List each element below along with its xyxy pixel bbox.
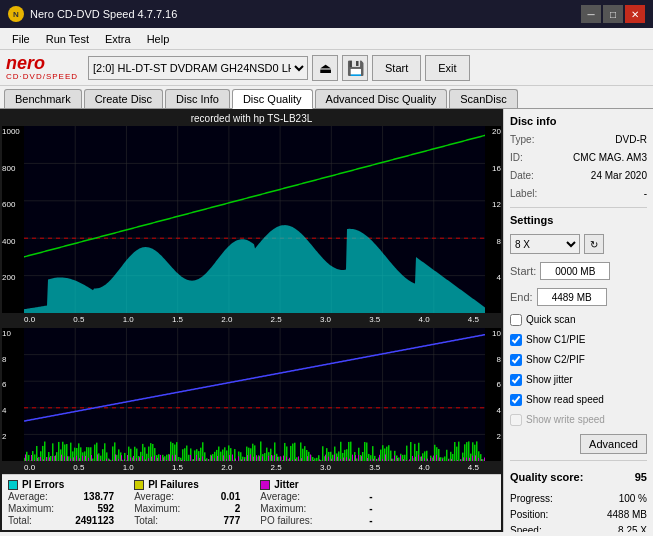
- pi-errors-max-row: Maximum: 592: [8, 503, 114, 514]
- show-c1-checkbox[interactable]: [510, 334, 522, 346]
- start-row: Start:: [510, 262, 647, 280]
- progress-section: Progress: 100 % Position: 4488 MB Speed:…: [510, 491, 647, 532]
- stats-area: PI Errors Average: 138.77 Maximum: 592 T…: [2, 474, 501, 530]
- show-jitter-row: Show jitter: [510, 372, 647, 388]
- quality-score-label: Quality score:: [510, 471, 583, 483]
- toolbar: nero CD·DVD/SPEED [2:0] HL-DT-ST DVDRAM …: [0, 50, 653, 86]
- end-input[interactable]: [537, 288, 607, 306]
- disc-label-row: Label: -: [510, 187, 647, 201]
- show-c1-label[interactable]: Show C1/PIE: [526, 332, 585, 348]
- disc-date-row: Date: 24 Mar 2020: [510, 169, 647, 183]
- top-chart-y-left: 1000 800 600 400 200: [2, 126, 24, 313]
- start-input[interactable]: [540, 262, 610, 280]
- speed-label: Speed:: [510, 523, 542, 532]
- quality-score-value: 95: [635, 471, 647, 483]
- divider-1: [510, 207, 647, 208]
- bottom-chart-x-axis: 0.0 0.5 1.0 1.5 2.0 2.5 3.0 3.5 4.0 4.5: [2, 463, 501, 474]
- menu-bar: File Run Test Extra Help: [0, 28, 653, 50]
- progress-row: Progress: 100 %: [510, 491, 647, 507]
- pi-failures-header: PI Failures: [134, 479, 240, 490]
- disc-info-title: Disc info: [510, 115, 647, 127]
- jitter-max-row: Maximum: -: [260, 503, 372, 514]
- disc-type-row: Type: DVD-R: [510, 133, 647, 147]
- show-write-speed-checkbox[interactable]: [510, 414, 522, 426]
- window-controls: ─ □ ✕: [581, 5, 645, 23]
- drive-selector[interactable]: [2:0] HL-DT-ST DVDRAM GH24NSD0 LH00: [88, 56, 308, 80]
- show-c2-row: Show C2/PIF: [510, 352, 647, 368]
- tab-bar: Benchmark Create Disc Disc Info Disc Qua…: [0, 86, 653, 109]
- eject-button[interactable]: ⏏: [312, 55, 338, 81]
- pi-errors-label: PI Errors: [22, 479, 64, 490]
- save-button[interactable]: 💾: [342, 55, 368, 81]
- jitter-color: [260, 480, 270, 490]
- settings-title: Settings: [510, 214, 647, 226]
- bottom-chart: 10 8 6 4 2 10 8 6 4 2: [2, 328, 501, 461]
- bottom-chart-y-right: 10 8 6 4 2: [485, 328, 501, 461]
- speed-select[interactable]: 8 X: [510, 234, 580, 254]
- tab-scan-disc[interactable]: ScanDisc: [449, 89, 517, 108]
- chart-area: recorded with hp TS-LB23L 1000 800 600 4…: [0, 109, 503, 532]
- pi-failures-label: PI Failures: [148, 479, 199, 490]
- show-jitter-label[interactable]: Show jitter: [526, 372, 573, 388]
- pi-errors-header: PI Errors: [8, 479, 114, 490]
- pi-errors-color: [8, 480, 18, 490]
- show-c2-label[interactable]: Show C2/PIF: [526, 352, 585, 368]
- title-bar: N Nero CD-DVD Speed 4.7.7.16 ─ □ ✕: [0, 0, 653, 28]
- pi-failures-total-row: Total: 777: [134, 515, 240, 526]
- quick-scan-checkbox[interactable]: [510, 314, 522, 326]
- quick-scan-label[interactable]: Quick scan: [526, 312, 575, 328]
- charts-wrapper: 1000 800 600 400 200 20 16 12 8 4: [2, 126, 501, 474]
- menu-extra[interactable]: Extra: [97, 31, 139, 47]
- menu-help[interactable]: Help: [139, 31, 178, 47]
- menu-file[interactable]: File: [4, 31, 38, 47]
- show-c1-row: Show C1/PIE: [510, 332, 647, 348]
- show-c2-checkbox[interactable]: [510, 354, 522, 366]
- pi-errors-avg-row: Average: 138.77: [8, 491, 114, 502]
- show-read-speed-checkbox[interactable]: [510, 394, 522, 406]
- logo: nero CD·DVD/SPEED: [6, 54, 78, 81]
- bottom-chart-canvas-area: [24, 328, 485, 461]
- close-button[interactable]: ✕: [625, 5, 645, 23]
- menu-run-test[interactable]: Run Test: [38, 31, 97, 47]
- divider-2: [510, 460, 647, 461]
- tab-disc-info[interactable]: Disc Info: [165, 89, 230, 108]
- start-button[interactable]: Start: [372, 55, 421, 81]
- advanced-button[interactable]: Advanced: [580, 434, 647, 454]
- top-chart-x-axis: 0.0 0.5 1.0 1.5 2.0 2.5 3.0 3.5 4.0 4.5: [2, 315, 501, 326]
- progress-label: Progress:: [510, 491, 553, 507]
- tab-advanced-disc-quality[interactable]: Advanced Disc Quality: [315, 89, 448, 108]
- tab-create-disc[interactable]: Create Disc: [84, 89, 163, 108]
- progress-value: 100 %: [619, 491, 647, 507]
- show-read-speed-row: Show read speed: [510, 392, 647, 408]
- exit-button[interactable]: Exit: [425, 55, 469, 81]
- app-icon: N: [8, 6, 24, 22]
- pi-errors-stats: PI Errors Average: 138.77 Maximum: 592 T…: [8, 479, 114, 526]
- speed-settings-row: 8 X ↻: [510, 234, 647, 254]
- show-write-speed-row: Show write speed: [510, 412, 647, 428]
- tab-disc-quality[interactable]: Disc Quality: [232, 89, 313, 109]
- jitter-avg-row: Average: -: [260, 491, 372, 502]
- pi-errors-total-row: Total: 2491123: [8, 515, 114, 526]
- minimize-button[interactable]: ─: [581, 5, 601, 23]
- maximize-button[interactable]: □: [603, 5, 623, 23]
- pi-failures-color: [134, 480, 144, 490]
- speed-row: Speed: 8.25 X: [510, 523, 647, 532]
- show-jitter-checkbox[interactable]: [510, 374, 522, 386]
- bottom-chart-y-left: 10 8 6 4 2: [2, 328, 24, 461]
- position-row: Position: 4488 MB: [510, 507, 647, 523]
- show-read-speed-label[interactable]: Show read speed: [526, 392, 604, 408]
- jitter-stats: Jitter Average: - Maximum: - PO failures…: [260, 479, 372, 526]
- top-chart: 1000 800 600 400 200 20 16 12 8 4: [2, 126, 501, 313]
- top-chart-canvas-area: [24, 126, 485, 313]
- position-value: 4488 MB: [607, 507, 647, 523]
- tab-benchmark[interactable]: Benchmark: [4, 89, 82, 108]
- refresh-button[interactable]: ↻: [584, 234, 604, 254]
- quality-section: Quality score: 95: [510, 471, 647, 483]
- pi-failures-max-row: Maximum: 2: [134, 503, 240, 514]
- jitter-header: Jitter: [260, 479, 372, 490]
- pi-failures-stats: PI Failures Average: 0.01 Maximum: 2 Tot…: [134, 479, 240, 526]
- nero-logo-text: nero: [6, 54, 78, 72]
- window-title: Nero CD-DVD Speed 4.7.7.16: [30, 8, 177, 20]
- pi-failures-avg-row: Average: 0.01: [134, 491, 240, 502]
- right-panel: Disc info Type: DVD-R ID: CMC MAG. AM3 D…: [503, 109, 653, 532]
